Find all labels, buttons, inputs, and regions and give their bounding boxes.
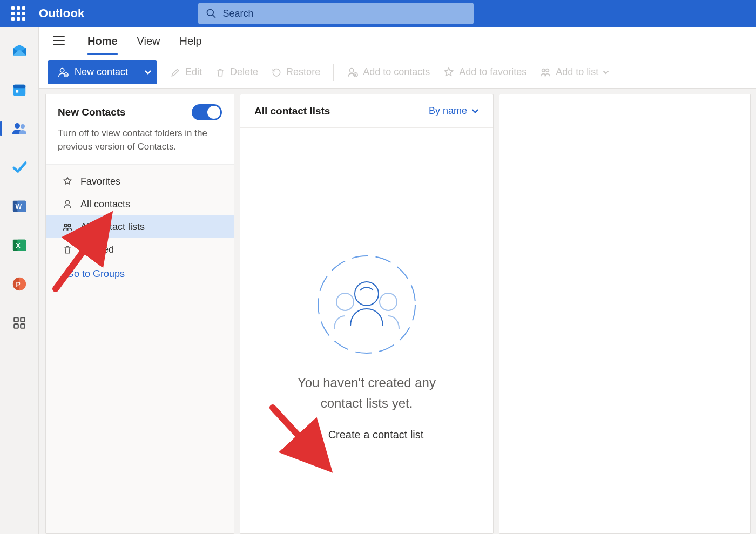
ribbon-divider — [333, 64, 334, 81]
new-contact-dropdown-button[interactable] — [138, 60, 157, 84]
restore-button: Restore — [271, 66, 320, 78]
person-icon — [62, 199, 73, 209]
delete-label: Delete — [230, 66, 258, 78]
new-contacts-toggle[interactable] — [192, 104, 222, 120]
new-contacts-card: New Contacts Turn off to view contact fo… — [46, 94, 234, 165]
plus-icon: ＋ — [310, 427, 322, 443]
preview-column — [499, 94, 751, 534]
nav-all-contacts[interactable]: All contacts — [46, 193, 234, 215]
svg-point-34 — [64, 224, 67, 227]
create-contact-list-button[interactable]: ＋ Create a contact list — [310, 427, 424, 443]
people-list-icon — [539, 66, 551, 78]
chevron-down-icon — [144, 69, 152, 76]
add-to-favorites-label: Add to favorites — [459, 66, 526, 78]
svg-rect-4 — [16, 90, 18, 93]
svg-point-35 — [68, 224, 71, 227]
new-contact-split-button[interactable]: New contact — [48, 60, 157, 84]
svg-rect-19 — [21, 324, 25, 328]
chevron-down-icon — [603, 69, 609, 76]
svg-rect-3 — [13, 85, 25, 89]
excel-icon: X — [11, 237, 28, 253]
rail-mail-button[interactable] — [9, 40, 30, 62]
list-column: All contact lists By name — [240, 94, 494, 534]
apps-grid-icon — [12, 316, 26, 330]
restore-icon — [271, 67, 282, 78]
search-icon — [206, 8, 217, 19]
rail-people-button[interactable] — [9, 118, 30, 139]
empty-state: You haven't created any contact lists ye… — [240, 128, 493, 533]
add-to-list-button: Add to list — [539, 66, 609, 78]
edit-button: Edit — [170, 66, 202, 78]
tabs-row: Home View Help — [39, 27, 756, 56]
nav-favorites-label: Favorites — [80, 176, 120, 187]
ribbon: New contact Edit Delete Restore Add to c… — [39, 56, 756, 89]
rail-powerpoint-button[interactable]: P — [9, 273, 30, 295]
edit-label: Edit — [185, 66, 202, 78]
nav-column: New Contacts Turn off to view contact fo… — [45, 94, 234, 534]
add-to-list-label: Add to list — [556, 66, 598, 78]
nav-all-contacts-label: All contacts — [80, 199, 130, 210]
svg-point-36 — [318, 256, 415, 353]
svg-text:P: P — [16, 281, 20, 288]
svg-rect-17 — [21, 317, 25, 322]
title-bar: Outlook — [0, 0, 756, 27]
svg-point-32 — [546, 69, 549, 71]
people-icon — [62, 221, 73, 232]
svg-point-39 — [380, 293, 397, 310]
restore-label: Restore — [286, 66, 320, 78]
svg-point-27 — [350, 68, 354, 72]
content-columns: New Contacts Turn off to view contact fo… — [39, 89, 756, 534]
svg-rect-16 — [14, 317, 18, 322]
new-contact-button[interactable]: New contact — [48, 60, 138, 84]
list-title: All contact lists — [254, 105, 330, 117]
empty-message: You haven't created any contact lists ye… — [298, 373, 436, 413]
nav-favorites[interactable]: Favorites — [46, 170, 234, 193]
svg-rect-18 — [14, 324, 18, 328]
person-add-icon — [57, 66, 69, 78]
add-to-contacts-button: Add to contacts — [347, 66, 430, 78]
svg-point-31 — [542, 69, 545, 71]
search-input[interactable] — [223, 8, 466, 19]
empty-line2: contact lists yet. — [321, 396, 413, 410]
go-to-groups-link[interactable]: Go to Groups — [46, 261, 234, 280]
rail-excel-button[interactable]: X — [9, 234, 30, 256]
nav-deleted-label: Deleted — [80, 244, 114, 255]
star-plus-icon — [443, 66, 455, 78]
tab-home[interactable]: Home — [87, 29, 118, 54]
svg-text:X: X — [16, 242, 21, 249]
create-contact-list-label: Create a contact list — [328, 429, 424, 441]
rail-word-button[interactable]: W — [9, 195, 30, 217]
person-plus-icon — [347, 66, 359, 78]
nav-toggle-button[interactable] — [50, 33, 68, 50]
powerpoint-icon: P — [11, 276, 28, 292]
svg-text:W: W — [15, 203, 22, 211]
rail-more-apps-button[interactable] — [9, 312, 30, 334]
svg-point-37 — [355, 282, 379, 306]
add-to-contacts-label: Add to contacts — [363, 66, 430, 78]
app-launcher-button[interactable] — [5, 1, 31, 26]
sort-label: By name — [429, 105, 467, 117]
rail-calendar-button[interactable] — [9, 79, 30, 100]
rail-todo-button[interactable] — [9, 157, 30, 178]
svg-point-23 — [60, 68, 64, 72]
empty-line1: You haven't created any — [298, 375, 436, 390]
svg-line-1 — [212, 15, 215, 18]
svg-point-6 — [21, 124, 25, 129]
search-box[interactable] — [198, 3, 474, 24]
app-brand: Outlook — [39, 6, 85, 21]
nav-all-contact-lists[interactable]: All contact lists — [46, 215, 234, 238]
sort-dropdown[interactable]: By name — [429, 105, 479, 117]
main-shell: Home View Help New contact Edit Delete R… — [39, 27, 756, 534]
check-icon — [11, 159, 28, 175]
tab-help[interactable]: Help — [180, 29, 202, 54]
hamburger-icon — [53, 36, 65, 45]
nav-deleted[interactable]: Deleted — [46, 238, 234, 261]
tab-view[interactable]: View — [137, 29, 160, 54]
new-contacts-subtitle: Turn off to view contact folders in the … — [58, 127, 222, 153]
folder-list: Favorites All contacts All contact lists… — [46, 165, 234, 285]
waffle-icon — [11, 6, 25, 21]
svg-point-5 — [15, 123, 20, 129]
new-contacts-title: New Contacts — [58, 106, 126, 118]
people-icon — [11, 120, 28, 137]
trash-icon — [62, 244, 73, 255]
